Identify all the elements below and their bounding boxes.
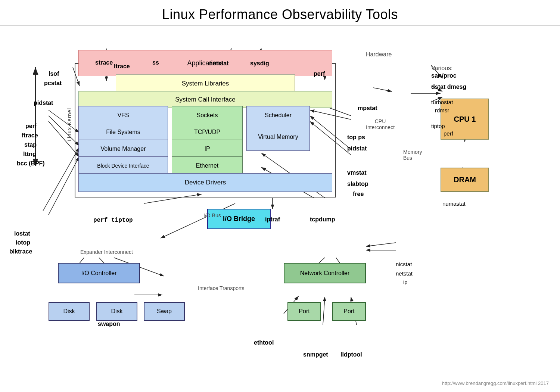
memory-bus-label: MemoryBus: [403, 149, 422, 161]
lsof-label: lsof: [49, 71, 59, 77]
netstat-hw-label: netstat: [396, 270, 413, 277]
mpstat-label: mpstat: [358, 105, 377, 112]
turbostat-label: turbostat: [431, 99, 453, 105]
port1-box: Port: [287, 302, 321, 321]
lttng-label: lttng: [23, 151, 36, 158]
bcc-label: bcc (BPF): [17, 160, 45, 167]
io-bus-label: I/O Bus: [203, 212, 221, 218]
port2-box: Port: [332, 302, 366, 321]
io-bridge-box: I/O Bridge: [207, 209, 271, 229]
numastat-label: numastat: [442, 200, 466, 207]
nicstat-label: nicstat: [396, 261, 412, 267]
hardware-label: Hardware: [366, 51, 392, 58]
cpu-interconnect-label: CPUInterconnect: [366, 118, 395, 130]
netstat-label: netstat: [209, 60, 228, 67]
iptraf-label: iptraf: [265, 216, 280, 223]
ltrace-label: ltrace: [114, 63, 130, 70]
io-controller-box: I/O Controller: [58, 263, 140, 283]
disk1-box: Disk: [49, 302, 90, 321]
syscall-layer: System Call Interface: [78, 91, 332, 108]
ethernet-box: Ethernet: [172, 156, 243, 175]
ip-hw-label: ip: [403, 279, 408, 285]
blktrace-label: blktrace: [9, 248, 32, 255]
top-ps-label: top ps: [347, 134, 365, 141]
diagram-area: Operating System Hardware Various: Linux…: [0, 26, 560, 392]
sysdig-label: sysdig: [250, 60, 269, 67]
vmstat-label: vmstat: [347, 169, 367, 176]
disk2-box: Disk: [96, 302, 137, 321]
perf-hw-label: perf: [444, 130, 453, 137]
sockets-box: Sockets: [172, 106, 243, 125]
pidstat-top-label: pidstat: [34, 100, 53, 106]
interface-transports-label: Interface Transports: [198, 285, 245, 291]
network-controller-box: Network Controller: [284, 263, 366, 283]
scheduler-box: Scheduler: [246, 106, 310, 125]
block-device-interface-box: Block Device Interface: [78, 156, 168, 175]
virtual-memory-box: Virtual Memory: [246, 123, 310, 151]
free-label: free: [353, 191, 364, 197]
sar-proc-label: sar /proc: [431, 72, 457, 79]
perf-tiptop-label: perf tiptop: [93, 217, 133, 224]
strace-label: strace: [95, 59, 113, 66]
volume-manager-box: Volume Manager: [78, 140, 168, 158]
tcpdump-label: tcpdump: [310, 216, 335, 223]
dram-box: DRAM: [441, 168, 489, 192]
iotop-label: iotop: [16, 239, 30, 246]
expander-interconnect-label: Expander Interconnect: [80, 249, 133, 255]
tcpudp-box: TCP/UDP: [172, 123, 243, 141]
file-systems-box: File Systems: [78, 123, 168, 141]
slabtop-label: slabtop: [347, 181, 368, 187]
iostat-label: iostat: [14, 230, 30, 237]
snmpget-label: snmpget: [303, 351, 328, 358]
linux-kernel-label: Linux Kernel: [66, 108, 72, 141]
ftrace-label: ftrace: [22, 132, 38, 139]
lldptool-label: lldptool: [340, 351, 362, 358]
perf-left-label: perf: [25, 123, 37, 130]
ethtool-label: ethtool: [254, 339, 274, 346]
stap-label: stap: [24, 141, 37, 148]
various-label: Various:: [431, 65, 453, 72]
device-drivers-layer: Device Drivers: [78, 173, 332, 192]
vfs-box: VFS: [78, 106, 168, 125]
ip-box: IP: [172, 140, 243, 158]
url-label: http://www.brendangregg.com/linuxperf.ht…: [442, 380, 549, 386]
pidstat-right-label: pidstat: [347, 145, 367, 152]
swapon-label: swapon: [98, 321, 120, 327]
rdmsr-label: rdmsr: [435, 107, 449, 113]
swap-box: Swap: [144, 302, 185, 321]
perf-top-label: perf: [314, 71, 325, 77]
dstat-dmesg-label: dstat dmesg: [431, 84, 466, 90]
page-title: Linux Performance Observability Tools: [0, 0, 560, 26]
tiptop-label: tiptop: [431, 123, 445, 129]
ss-label: ss: [152, 59, 159, 66]
pcstat-label: pcstat: [44, 80, 62, 87]
system-libraries-layer: System Libraries: [116, 74, 295, 93]
